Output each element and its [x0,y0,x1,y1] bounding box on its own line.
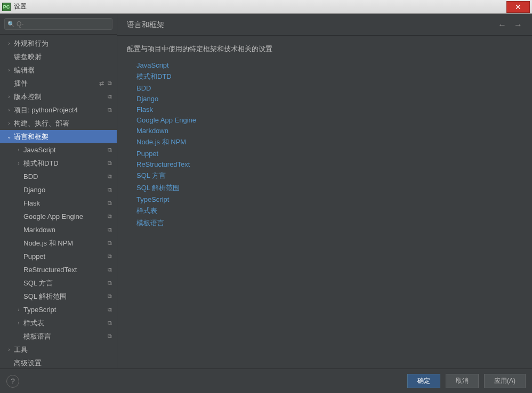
tree-item-label: 构建、执行、部署 [14,119,114,128]
sidebar: 🔍 ›外观和行为键盘映射›编辑器插件⇄⧉›版本控制⧉›项目: pythonPro… [0,14,117,369]
project-scope-icon: ⧉ [106,146,114,154]
link-item[interactable]: Django [136,95,522,103]
tree-item[interactable]: 高级设置 [0,356,117,369]
sync-icon: ⇄ [98,80,105,87]
tree-item-label: 插件 [14,79,98,88]
project-scope-icon: ⧉ [106,320,114,327]
forward-button[interactable]: → [514,20,522,30]
chevron-down-icon: ⌄ [5,134,13,140]
project-scope-icon: ⧉ [106,306,114,314]
tree-item-label: Node.js 和 NPM [23,239,106,248]
tree-item-label: 工具 [14,345,114,355]
tree-item[interactable]: 键盘映射 [0,50,117,63]
titlebar: PC 设置 ✕ [0,0,532,14]
link-item[interactable]: Flask [136,105,522,113]
chevron-right-icon: › [15,160,22,166]
search-input[interactable] [4,18,112,30]
tree-item[interactable]: ⌄语言和框架 [0,130,117,143]
link-item[interactable]: JavaScript [136,61,522,69]
tree-item[interactable]: 模板语言⧉ [0,330,117,343]
tree-item-label: 模式和DTD [23,159,106,168]
tree-item[interactable]: ›版本控制⧉ [0,90,117,103]
link-item[interactable]: 模板语言 [136,218,522,228]
app-icon: PC [2,3,11,11]
tree-item[interactable]: ›项目: pythonProject4⧉ [0,103,117,117]
link-item[interactable]: TypeScript [136,195,522,203]
close-button[interactable]: ✕ [506,1,530,13]
link-item[interactable]: Puppet [136,150,522,158]
tree-item[interactable]: 插件⇄⧉ [0,77,117,90]
chevron-right-icon: › [15,147,22,153]
tree-item[interactable]: ›构建、执行、部署 [0,117,117,130]
project-scope-icon: ⧉ [106,200,114,207]
chevron-right-icon: › [5,67,13,73]
tree-item[interactable]: ›样式表⧉ [0,316,117,330]
project-scope-icon: ⧉ [106,253,114,260]
chevron-right-icon: › [5,40,13,46]
tree-item-label: Markdown [23,226,106,234]
chevron-right-icon: › [15,307,22,313]
back-button[interactable]: ← [498,20,506,30]
window-title: 设置 [14,2,27,11]
tree-item-label: 样式表 [23,318,106,328]
tree-item[interactable]: ReStructuredText⧉ [0,263,117,276]
project-scope-icon: ⧉ [106,240,114,247]
link-item[interactable]: ReStructuredText [136,160,522,168]
tree-item[interactable]: Node.js 和 NPM⧉ [0,236,117,250]
content-description: 配置与项目中使用的特定框架和技术相关的设置 [127,44,522,54]
link-item[interactable]: 模式和DTD [136,72,522,81]
tree-item-label: Google App Engine [23,212,106,220]
close-icon: ✕ [515,3,521,11]
tree-item-label: Flask [23,199,106,207]
link-item[interactable]: BDD [136,84,522,92]
tree-item-label: Puppet [23,252,106,260]
tree-item-label: 键盘映射 [14,52,114,62]
project-scope-icon: ⧉ [106,80,114,87]
tree-item[interactable]: SQL 解析范围⧉ [0,290,117,303]
tree-item[interactable]: SQL 方言⧉ [0,276,117,290]
link-item[interactable]: Google App Engine [136,116,522,124]
content-header: 语言和框架 ← → [117,14,532,36]
tree-item-label: ReStructuredText [23,266,106,274]
tree-item-label: JavaScript [23,146,106,154]
project-scope-icon: ⧉ [106,266,114,274]
link-item[interactable]: 样式表 [136,206,522,216]
project-scope-icon: ⧉ [106,280,114,287]
tree-item-label: 版本控制 [14,92,106,102]
tree-item-label: SQL 方言 [23,279,106,288]
tree-item-label: Django [23,186,106,194]
tree-item-label: 高级设置 [14,358,114,368]
help-icon: ? [11,377,14,385]
cancel-button[interactable]: 取消 [446,374,479,388]
tree-item[interactable]: Django⧉ [0,183,117,196]
tree-item[interactable]: BDD⧉ [0,170,117,183]
tree-item[interactable]: Markdown⧉ [0,223,117,236]
tree-item-label: 模板语言 [23,332,106,341]
tree-item[interactable]: Flask⧉ [0,196,117,210]
link-item[interactable]: Node.js 和 NPM [136,137,522,147]
link-item[interactable]: SQL 方言 [136,171,522,181]
project-scope-icon: ⧉ [106,160,114,167]
tree-item[interactable]: ›编辑器 [0,63,117,77]
tree-item-label: 编辑器 [14,66,114,75]
ok-button[interactable]: 确定 [407,374,440,388]
search-icon: 🔍 [7,21,15,28]
apply-button[interactable]: 应用(A) [484,374,526,388]
link-item[interactable]: SQL 解析范围 [136,183,522,193]
tree-item[interactable]: ›外观和行为 [0,37,117,50]
tree-item[interactable]: ›JavaScript⧉ [0,143,117,157]
help-button[interactable]: ? [6,375,19,388]
tree-item[interactable]: ›TypeScript⧉ [0,303,117,316]
tree-item[interactable]: Puppet⧉ [0,250,117,263]
link-item[interactable]: Markdown [136,127,522,135]
chevron-right-icon: › [5,347,13,353]
chevron-right-icon: › [5,120,13,126]
tree-item-label: 外观和行为 [14,39,114,48]
tree-item[interactable]: Google App Engine⧉ [0,210,117,223]
tree-item-label: 语言和框架 [14,132,114,142]
tree-item[interactable]: ›工具 [0,343,117,356]
chevron-right-icon: › [5,107,13,113]
project-scope-icon: ⧉ [106,333,114,340]
tree-item[interactable]: ›模式和DTD⧉ [0,157,117,170]
tree-item-label: BDD [23,173,106,181]
